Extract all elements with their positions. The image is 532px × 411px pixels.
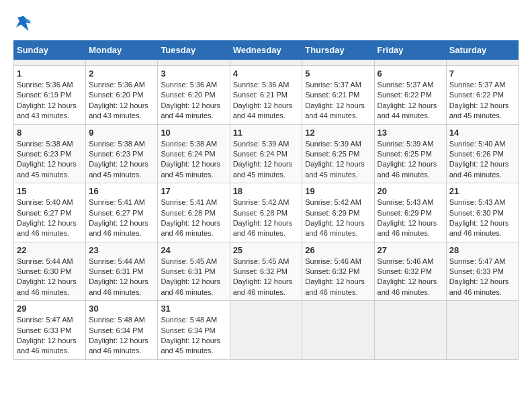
calendar-cell <box>374 301 446 360</box>
calendar-cell: 26 Sunrise: 5:46 AM Sunset: 6:32 PM Dayl… <box>302 242 374 301</box>
header <box>13 13 519 34</box>
day-info: Sunrise: 5:37 AM Sunset: 6:22 PM Dayligh… <box>449 80 515 122</box>
day-number: 11 <box>233 128 300 138</box>
weekday-header-monday: Monday <box>86 41 158 60</box>
weekday-header-sunday: Sunday <box>14 41 86 60</box>
calendar-cell <box>86 60 158 66</box>
day-number: 4 <box>233 68 300 79</box>
day-number: 23 <box>89 245 154 255</box>
day-number: 20 <box>378 186 443 196</box>
day-number: 10 <box>161 128 226 138</box>
day-info: Sunrise: 5:37 AM Sunset: 6:21 PM Dayligh… <box>305 80 371 122</box>
day-number: 17 <box>161 186 226 196</box>
day-info: Sunrise: 5:38 AM Sunset: 6:23 PM Dayligh… <box>89 139 154 181</box>
calendar-cell: 13 Sunrise: 5:39 AM Sunset: 6:25 PM Dayl… <box>374 124 446 183</box>
calendar-cell: 30 Sunrise: 5:48 AM Sunset: 6:34 PM Dayl… <box>86 301 158 360</box>
calendar-cell: 7 Sunrise: 5:37 AM Sunset: 6:22 PM Dayli… <box>446 66 518 125</box>
calendar-cell: 16 Sunrise: 5:41 AM Sunset: 6:27 PM Dayl… <box>86 183 158 242</box>
calendar-cell: 28 Sunrise: 5:47 AM Sunset: 6:33 PM Dayl… <box>446 242 518 301</box>
day-number: 12 <box>305 128 371 138</box>
calendar-cell <box>302 60 374 66</box>
calendar-cell: 19 Sunrise: 5:42 AM Sunset: 6:29 PM Dayl… <box>302 183 374 242</box>
day-number: 6 <box>378 68 443 79</box>
day-info: Sunrise: 5:46 AM Sunset: 6:32 PM Dayligh… <box>378 257 443 298</box>
day-info: Sunrise: 5:41 AM Sunset: 6:27 PM Dayligh… <box>89 197 154 239</box>
calendar-week-2: 1 Sunrise: 5:36 AM Sunset: 6:19 PM Dayli… <box>14 66 519 125</box>
calendar-week-4: 15 Sunrise: 5:40 AM Sunset: 6:27 PM Dayl… <box>14 183 519 242</box>
weekday-header-row: SundayMondayTuesdayWednesdayThursdayFrid… <box>14 41 519 60</box>
day-info: Sunrise: 5:40 AM Sunset: 6:27 PM Dayligh… <box>17 197 83 239</box>
day-info: Sunrise: 5:48 AM Sunset: 6:34 PM Dayligh… <box>89 315 154 357</box>
day-info: Sunrise: 5:44 AM Sunset: 6:31 PM Dayligh… <box>89 257 154 298</box>
day-info: Sunrise: 5:36 AM Sunset: 6:19 PM Dayligh… <box>17 80 83 122</box>
logo-icon <box>13 13 34 34</box>
day-info: Sunrise: 5:37 AM Sunset: 6:22 PM Dayligh… <box>378 80 443 122</box>
day-number: 16 <box>89 186 154 196</box>
calendar-cell: 22 Sunrise: 5:44 AM Sunset: 6:30 PM Dayl… <box>14 242 86 301</box>
day-number: 22 <box>17 245 83 255</box>
calendar-cell <box>302 301 374 360</box>
day-number: 26 <box>305 245 371 255</box>
calendar-cell: 29 Sunrise: 5:47 AM Sunset: 6:33 PM Dayl… <box>14 301 86 360</box>
day-info: Sunrise: 5:46 AM Sunset: 6:32 PM Dayligh… <box>305 257 371 298</box>
day-number: 2 <box>89 68 154 79</box>
calendar-cell: 12 Sunrise: 5:39 AM Sunset: 6:25 PM Dayl… <box>302 124 374 183</box>
calendar-cell: 25 Sunrise: 5:45 AM Sunset: 6:32 PM Dayl… <box>230 242 302 301</box>
calendar-cell <box>446 301 518 360</box>
weekday-header-saturday: Saturday <box>446 41 518 60</box>
calendar-cell: 1 Sunrise: 5:36 AM Sunset: 6:19 PM Dayli… <box>14 66 86 125</box>
day-info: Sunrise: 5:41 AM Sunset: 6:28 PM Dayligh… <box>161 197 226 239</box>
day-number: 31 <box>161 304 226 314</box>
logo <box>13 13 36 34</box>
day-number: 8 <box>17 128 83 138</box>
day-info: Sunrise: 5:47 AM Sunset: 6:33 PM Dayligh… <box>449 257 515 298</box>
day-info: Sunrise: 5:45 AM Sunset: 6:32 PM Dayligh… <box>233 257 300 298</box>
day-number: 3 <box>161 68 226 79</box>
weekday-header-friday: Friday <box>374 41 446 60</box>
day-number: 1 <box>17 68 83 79</box>
calendar-cell: 31 Sunrise: 5:48 AM Sunset: 6:34 PM Dayl… <box>158 301 230 360</box>
calendar-week-6: 29 Sunrise: 5:47 AM Sunset: 6:33 PM Dayl… <box>14 301 519 360</box>
calendar-cell <box>230 60 302 66</box>
svg-marker-0 <box>16 16 32 32</box>
day-info: Sunrise: 5:44 AM Sunset: 6:30 PM Dayligh… <box>17 257 83 298</box>
day-number: 5 <box>305 68 371 79</box>
day-number: 28 <box>449 245 515 255</box>
calendar-cell <box>14 60 86 66</box>
day-number: 18 <box>233 186 300 196</box>
calendar-cell: 6 Sunrise: 5:37 AM Sunset: 6:22 PM Dayli… <box>374 66 446 125</box>
calendar-cell: 27 Sunrise: 5:46 AM Sunset: 6:32 PM Dayl… <box>374 242 446 301</box>
day-number: 7 <box>449 68 515 79</box>
calendar-table: SundayMondayTuesdayWednesdayThursdayFrid… <box>13 40 519 360</box>
day-info: Sunrise: 5:38 AM Sunset: 6:23 PM Dayligh… <box>17 139 83 181</box>
day-info: Sunrise: 5:48 AM Sunset: 6:34 PM Dayligh… <box>161 315 226 357</box>
calendar-cell: 20 Sunrise: 5:43 AM Sunset: 6:29 PM Dayl… <box>374 183 446 242</box>
day-info: Sunrise: 5:47 AM Sunset: 6:33 PM Dayligh… <box>17 315 83 357</box>
calendar-week-5: 22 Sunrise: 5:44 AM Sunset: 6:30 PM Dayl… <box>14 242 519 301</box>
day-number: 9 <box>89 128 154 138</box>
day-info: Sunrise: 5:36 AM Sunset: 6:20 PM Dayligh… <box>89 80 154 122</box>
calendar-cell: 23 Sunrise: 5:44 AM Sunset: 6:31 PM Dayl… <box>86 242 158 301</box>
calendar-cell: 5 Sunrise: 5:37 AM Sunset: 6:21 PM Dayli… <box>302 66 374 125</box>
day-info: Sunrise: 5:36 AM Sunset: 6:20 PM Dayligh… <box>161 80 226 122</box>
calendar-cell: 17 Sunrise: 5:41 AM Sunset: 6:28 PM Dayl… <box>158 183 230 242</box>
day-info: Sunrise: 5:43 AM Sunset: 6:30 PM Dayligh… <box>449 197 515 239</box>
day-number: 24 <box>161 245 226 255</box>
calendar-cell: 2 Sunrise: 5:36 AM Sunset: 6:20 PM Dayli… <box>86 66 158 125</box>
calendar-cell: 24 Sunrise: 5:45 AM Sunset: 6:31 PM Dayl… <box>158 242 230 301</box>
day-number: 19 <box>305 186 371 196</box>
calendar-cell: 21 Sunrise: 5:43 AM Sunset: 6:30 PM Dayl… <box>446 183 518 242</box>
calendar-cell: 10 Sunrise: 5:38 AM Sunset: 6:24 PM Dayl… <box>158 124 230 183</box>
calendar-cell <box>374 60 446 66</box>
calendar-cell: 11 Sunrise: 5:39 AM Sunset: 6:24 PM Dayl… <box>230 124 302 183</box>
day-info: Sunrise: 5:36 AM Sunset: 6:21 PM Dayligh… <box>233 80 300 122</box>
day-info: Sunrise: 5:42 AM Sunset: 6:28 PM Dayligh… <box>233 197 300 239</box>
day-info: Sunrise: 5:42 AM Sunset: 6:29 PM Dayligh… <box>305 197 371 239</box>
day-info: Sunrise: 5:45 AM Sunset: 6:31 PM Dayligh… <box>161 257 226 298</box>
calendar-cell: 18 Sunrise: 5:42 AM Sunset: 6:28 PM Dayl… <box>230 183 302 242</box>
calendar-cell: 8 Sunrise: 5:38 AM Sunset: 6:23 PM Dayli… <box>14 124 86 183</box>
calendar-cell: 14 Sunrise: 5:40 AM Sunset: 6:26 PM Dayl… <box>446 124 518 183</box>
day-info: Sunrise: 5:39 AM Sunset: 6:25 PM Dayligh… <box>305 139 371 181</box>
calendar-cell: 9 Sunrise: 5:38 AM Sunset: 6:23 PM Dayli… <box>86 124 158 183</box>
day-info: Sunrise: 5:38 AM Sunset: 6:24 PM Dayligh… <box>161 139 226 181</box>
